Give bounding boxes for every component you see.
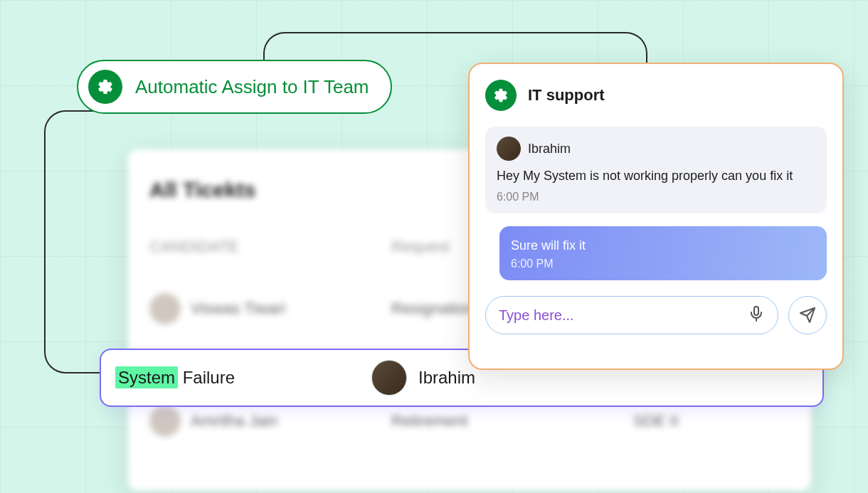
avatar bbox=[497, 137, 521, 161]
request-cell: Retirement bbox=[391, 412, 633, 430]
avatar bbox=[149, 405, 181, 437]
chat-panel: IT support Ibrahim Hey My System is not … bbox=[468, 63, 844, 370]
highlight-keyword: System bbox=[115, 366, 178, 388]
chat-header: IT support bbox=[485, 80, 827, 111]
avatar bbox=[371, 360, 407, 396]
send-icon bbox=[799, 307, 816, 324]
candidate-name: Ibrahim bbox=[418, 368, 475, 388]
chat-message-outgoing: Sure will fix it 6:00 PM bbox=[499, 226, 827, 280]
mic-icon[interactable] bbox=[748, 305, 765, 326]
column-candidate: CANDIDATE bbox=[149, 238, 391, 256]
message-body: Hey My System is not working properly ca… bbox=[497, 166, 815, 185]
avatar bbox=[149, 293, 181, 324]
message-body: Sure will fix it bbox=[511, 236, 815, 255]
chat-message-incoming: Ibrahim Hey My System is not working pro… bbox=[485, 127, 827, 213]
chat-input-placeholder: Type here... bbox=[499, 307, 574, 324]
send-button[interactable] bbox=[788, 296, 827, 334]
candidate-name: Viswas Tiwari bbox=[191, 299, 285, 318]
role-cell: SDE II bbox=[633, 412, 790, 430]
ticket-type: System Failure bbox=[115, 368, 371, 388]
gear-icon bbox=[88, 70, 122, 104]
message-sender: Ibrahim bbox=[528, 142, 571, 157]
message-time: 6:00 PM bbox=[511, 258, 815, 270]
message-time: 6:00 PM bbox=[497, 191, 815, 203]
auto-assign-pill: Automatic Assign to IT Team bbox=[77, 60, 392, 114]
chat-input[interactable]: Type here... bbox=[485, 296, 778, 334]
auto-assign-label: Automatic Assign to IT Team bbox=[135, 76, 369, 98]
svg-rect-0 bbox=[754, 307, 758, 315]
gear-icon bbox=[485, 80, 517, 111]
candidate-name: Amritha Jain bbox=[191, 412, 277, 430]
chat-title: IT support bbox=[528, 86, 605, 105]
